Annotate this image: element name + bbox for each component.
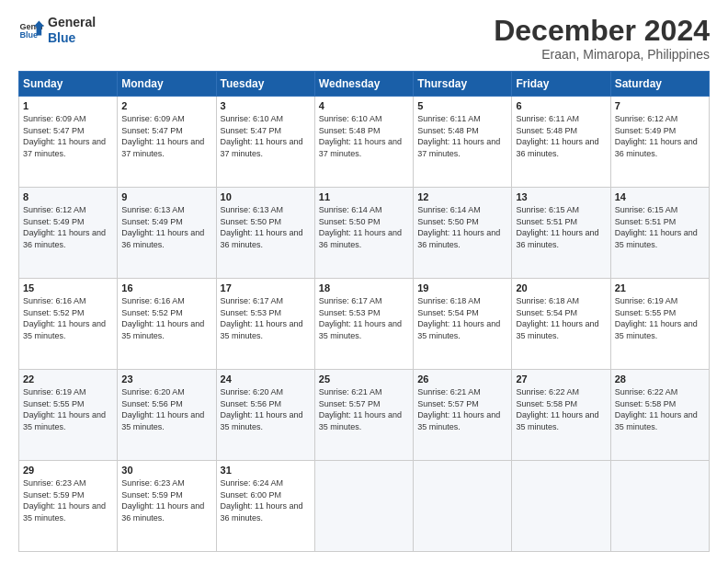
day-info: Sunrise: 6:14 AMSunset: 5:50 PMDaylight:… <box>417 205 500 249</box>
day-number: 8 <box>23 191 113 202</box>
day-info: Sunrise: 6:15 AMSunset: 5:51 PMDaylight:… <box>516 205 598 249</box>
table-row: 27 Sunrise: 6:22 AMSunset: 5:58 PMDaylig… <box>512 370 610 461</box>
table-row: 25 Sunrise: 6:21 AMSunset: 5:57 PMDaylig… <box>314 370 413 461</box>
day-number: 30 <box>121 465 211 476</box>
header-saturday: Saturday <box>610 72 709 97</box>
day-info: Sunrise: 6:16 AMSunset: 5:52 PMDaylight:… <box>23 296 106 340</box>
table-row: 7 Sunrise: 6:12 AMSunset: 5:49 PMDayligh… <box>610 97 709 188</box>
day-number: 13 <box>516 191 606 202</box>
table-row: 3 Sunrise: 6:10 AMSunset: 5:47 PMDayligh… <box>216 97 314 188</box>
day-number: 26 <box>417 373 507 385</box>
page-title: December 2024 <box>494 15 710 47</box>
day-info: Sunrise: 6:17 AMSunset: 5:53 PMDaylight:… <box>221 296 303 340</box>
day-info: Sunrise: 6:24 AMSunset: 6:00 PMDaylight:… <box>221 478 303 523</box>
table-row: 31 Sunrise: 6:24 AMSunset: 6:00 PMDaylig… <box>216 461 314 552</box>
day-number: 18 <box>319 282 409 293</box>
day-info: Sunrise: 6:14 AMSunset: 5:50 PMDaylight:… <box>319 205 402 249</box>
day-info: Sunrise: 6:21 AMSunset: 5:57 PMDaylight:… <box>417 387 500 431</box>
logo-blue: Blue <box>48 30 96 46</box>
day-info: Sunrise: 6:11 AMSunset: 5:48 PMDaylight:… <box>516 114 598 158</box>
day-info: Sunrise: 6:13 AMSunset: 5:49 PMDaylight:… <box>121 205 204 249</box>
title-area: December 2024 Eraan, Mimaropa, Philippin… <box>494 15 710 62</box>
calendar-header-row: Sunday Monday Tuesday Wednesday Thursday… <box>19 72 710 97</box>
day-info: Sunrise: 6:23 AMSunset: 5:59 PMDaylight:… <box>121 478 204 523</box>
header-friday: Friday <box>512 72 610 97</box>
day-number: 7 <box>615 100 705 111</box>
day-number: 23 <box>121 373 211 385</box>
day-number: 4 <box>319 100 409 111</box>
table-row: 29 Sunrise: 6:23 AMSunset: 5:59 PMDaylig… <box>19 461 118 552</box>
logo-icon: General Blue <box>18 17 44 43</box>
page-subtitle: Eraan, Mimaropa, Philippines <box>494 47 710 62</box>
table-row: 28 Sunrise: 6:22 AMSunset: 5:58 PMDaylig… <box>610 370 709 461</box>
day-number: 3 <box>221 100 311 111</box>
logo-general: General <box>48 15 96 30</box>
day-info: Sunrise: 6:18 AMSunset: 5:54 PMDaylight:… <box>516 296 598 340</box>
table-row: 10 Sunrise: 6:13 AMSunset: 5:50 PMDaylig… <box>216 188 314 279</box>
table-row: 30 Sunrise: 6:23 AMSunset: 5:59 PMDaylig… <box>118 461 216 552</box>
day-info: Sunrise: 6:23 AMSunset: 5:59 PMDaylight:… <box>23 478 106 523</box>
day-info: Sunrise: 6:09 AMSunset: 5:47 PMDaylight:… <box>121 114 204 158</box>
day-number: 21 <box>615 282 705 293</box>
day-info: Sunrise: 6:12 AMSunset: 5:49 PMDaylight:… <box>23 205 106 249</box>
day-info: Sunrise: 6:20 AMSunset: 5:56 PMDaylight:… <box>221 387 303 431</box>
day-number: 31 <box>221 465 311 476</box>
table-row: 20 Sunrise: 6:18 AMSunset: 5:54 PMDaylig… <box>512 279 610 370</box>
day-info: Sunrise: 6:18 AMSunset: 5:54 PMDaylight:… <box>417 296 500 340</box>
day-info: Sunrise: 6:19 AMSunset: 5:55 PMDaylight:… <box>23 387 106 431</box>
day-info: Sunrise: 6:13 AMSunset: 5:50 PMDaylight:… <box>221 205 303 249</box>
table-row: 1 Sunrise: 6:09 AMSunset: 5:47 PMDayligh… <box>19 97 118 188</box>
table-row: 12 Sunrise: 6:14 AMSunset: 5:50 PMDaylig… <box>414 188 512 279</box>
day-info: Sunrise: 6:20 AMSunset: 5:56 PMDaylight:… <box>121 387 204 431</box>
table-row: 6 Sunrise: 6:11 AMSunset: 5:48 PMDayligh… <box>512 97 610 188</box>
day-info: Sunrise: 6:12 AMSunset: 5:49 PMDaylight:… <box>615 114 698 158</box>
header-monday: Monday <box>118 72 216 97</box>
day-number: 15 <box>23 282 113 293</box>
table-row: 9 Sunrise: 6:13 AMSunset: 5:49 PMDayligh… <box>118 188 216 279</box>
day-number: 16 <box>121 282 211 293</box>
table-row: 18 Sunrise: 6:17 AMSunset: 5:53 PMDaylig… <box>314 279 413 370</box>
day-number: 17 <box>221 282 311 293</box>
day-info: Sunrise: 6:22 AMSunset: 5:58 PMDaylight:… <box>516 387 598 431</box>
table-row: 16 Sunrise: 6:16 AMSunset: 5:52 PMDaylig… <box>118 279 216 370</box>
day-info: Sunrise: 6:11 AMSunset: 5:48 PMDaylight:… <box>417 114 500 158</box>
header: General Blue General Blue December 2024 … <box>18 15 710 62</box>
svg-text:Blue: Blue <box>19 30 38 40</box>
header-sunday: Sunday <box>19 72 118 97</box>
day-number: 1 <box>23 100 113 111</box>
header-thursday: Thursday <box>414 72 512 97</box>
day-number: 24 <box>221 373 311 385</box>
day-number: 5 <box>417 100 507 111</box>
table-row: 21 Sunrise: 6:19 AMSunset: 5:55 PMDaylig… <box>610 279 709 370</box>
table-row: 15 Sunrise: 6:16 AMSunset: 5:52 PMDaylig… <box>19 279 118 370</box>
table-row <box>414 461 512 552</box>
day-number: 22 <box>23 373 113 385</box>
day-number: 11 <box>319 191 409 202</box>
day-number: 2 <box>121 100 211 111</box>
table-row: 23 Sunrise: 6:20 AMSunset: 5:56 PMDaylig… <box>118 370 216 461</box>
table-row <box>314 461 413 552</box>
table-row: 17 Sunrise: 6:17 AMSunset: 5:53 PMDaylig… <box>216 279 314 370</box>
day-number: 28 <box>615 373 705 385</box>
day-info: Sunrise: 6:15 AMSunset: 5:51 PMDaylight:… <box>615 205 698 249</box>
header-wednesday: Wednesday <box>314 72 413 97</box>
table-row: 14 Sunrise: 6:15 AMSunset: 5:51 PMDaylig… <box>610 188 709 279</box>
table-row: 2 Sunrise: 6:09 AMSunset: 5:47 PMDayligh… <box>118 97 216 188</box>
day-number: 10 <box>221 191 311 202</box>
day-number: 25 <box>319 373 409 385</box>
calendar-table: Sunday Monday Tuesday Wednesday Thursday… <box>18 71 710 552</box>
day-number: 12 <box>417 191 507 202</box>
day-number: 20 <box>516 282 606 293</box>
table-row: 22 Sunrise: 6:19 AMSunset: 5:55 PMDaylig… <box>19 370 118 461</box>
table-row: 4 Sunrise: 6:10 AMSunset: 5:48 PMDayligh… <box>314 97 413 188</box>
day-info: Sunrise: 6:19 AMSunset: 5:55 PMDaylight:… <box>615 296 698 340</box>
table-row: 11 Sunrise: 6:14 AMSunset: 5:50 PMDaylig… <box>314 188 413 279</box>
table-row: 5 Sunrise: 6:11 AMSunset: 5:48 PMDayligh… <box>414 97 512 188</box>
table-row: 8 Sunrise: 6:12 AMSunset: 5:49 PMDayligh… <box>19 188 118 279</box>
table-row <box>610 461 709 552</box>
day-number: 29 <box>23 465 113 476</box>
page: General Blue General Blue December 2024 … <box>0 0 728 563</box>
day-number: 14 <box>615 191 705 202</box>
table-row: 24 Sunrise: 6:20 AMSunset: 5:56 PMDaylig… <box>216 370 314 461</box>
logo: General Blue General Blue <box>18 15 96 46</box>
